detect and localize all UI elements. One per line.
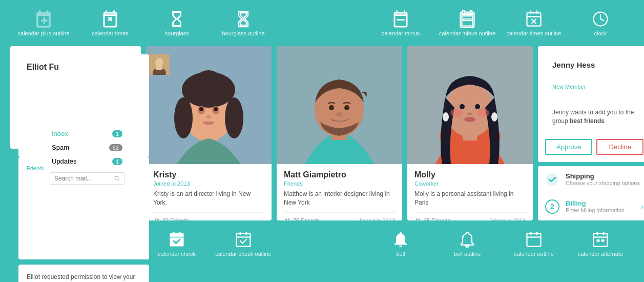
kristy-footer: 22 Friends xyxy=(153,212,264,220)
bell-outline-icon xyxy=(458,230,476,249)
hourglass-icon xyxy=(168,10,186,28)
icon-calendar-times-outline[interactable]: calendar times outline xyxy=(501,10,567,36)
calendar-minus-icon xyxy=(391,10,410,28)
calendar-outline-icon xyxy=(525,230,543,249)
molly-profile-card: Molly Coworker Molly is a personal assis… xyxy=(407,46,533,220)
spam-badge: 51 xyxy=(109,144,122,151)
jenny-message: Jenny wants to add you to the group best… xyxy=(545,101,644,133)
billing-chevron-icon: › xyxy=(641,203,643,211)
shipping-card: Shipping Choose your shipping options 2 … xyxy=(538,166,644,220)
shipping-check-icon xyxy=(545,172,559,187)
mail-updates-item[interactable]: Updates 1 xyxy=(44,154,131,168)
svg-rect-67 xyxy=(527,233,541,247)
shipping-step-text: Shipping Choose your shipping options xyxy=(566,172,640,186)
icon-clock[interactable]: clock xyxy=(567,10,634,36)
matt-avatar-area xyxy=(277,46,402,164)
mail-spam-item[interactable]: Spam 51 xyxy=(44,140,131,154)
svg-rect-76 xyxy=(601,239,605,242)
icon-hourglass-outline[interactable]: hourglass outline xyxy=(210,10,277,36)
calendar-times-icon xyxy=(101,10,119,28)
svg-point-40 xyxy=(460,104,465,109)
kristy-desc: Kristy is an art director living in New … xyxy=(153,190,264,207)
icon-calendar-outline-bottom[interactable]: calendar outline xyxy=(501,230,567,257)
matt-footer: 75 Friends Joined in 2013 xyxy=(284,212,395,220)
jenny-approve-button[interactable]: Approve xyxy=(545,139,592,155)
svg-rect-63 xyxy=(237,233,251,247)
icon-calendar-plus-outline[interactable]: calendar plus outline xyxy=(10,10,77,36)
molly-friends: 35 Friends xyxy=(414,217,450,220)
matt-friends: 75 Friends xyxy=(284,217,320,220)
calendar-alternate-icon xyxy=(591,230,610,249)
matt-desc: Matthew is an interior designer living i… xyxy=(284,190,395,207)
svg-point-43 xyxy=(464,117,475,122)
mail-search-box[interactable] xyxy=(50,172,124,185)
icon-bell-bottom[interactable]: bell xyxy=(367,230,434,257)
svg-rect-71 xyxy=(594,233,608,247)
jenny-group-name: best friends xyxy=(570,117,605,125)
svg-point-41 xyxy=(475,104,480,109)
jenny-subtitle: New Member xyxy=(545,76,644,97)
right-section: Jenny Hess New Member Jenny xyxy=(538,46,644,220)
elliot-message: Elliot requested permission to view your… xyxy=(18,265,149,282)
main-content: Elliot Fu Friends of Veronika Elliot req… xyxy=(0,46,644,220)
svg-point-26 xyxy=(203,121,214,125)
svg-point-11 xyxy=(115,176,118,180)
jenny-actions: Approve Decline xyxy=(545,139,643,155)
matt-profile-card: Matt Giampietro Friends Matthew is an in… xyxy=(277,46,402,220)
elliot-notification-card: Elliot Fu Friends of Veronika Elliot req… xyxy=(10,46,141,220)
icon-calendar-times[interactable]: calendar times xyxy=(77,10,143,36)
friends-icon-molly xyxy=(414,217,422,220)
molly-role: Coworker xyxy=(414,180,526,187)
svg-point-32 xyxy=(336,112,342,116)
molly-illustration xyxy=(407,46,533,164)
top-icon-row: calendar plus outline calendar times hou… xyxy=(0,0,644,46)
calendar-check-outline-icon xyxy=(234,230,253,249)
mail-search-input[interactable] xyxy=(54,175,111,182)
molly-info: Molly Coworker Molly is a personal assis… xyxy=(407,164,533,220)
svg-line-12 xyxy=(118,179,119,181)
icon-calendar-minus[interactable]: calendar minus xyxy=(367,10,434,36)
molly-footer: 35 Friends Joined in 2011 xyxy=(414,212,526,220)
mail-inbox-card: Inbox 1 Spam 51 Updates 1 xyxy=(44,120,131,191)
jenny-decline-button[interactable]: Decline xyxy=(596,139,643,155)
profile-cards-container: Kristy Joined in 2013 Kristy is an art d… xyxy=(146,46,533,220)
svg-point-30 xyxy=(329,105,334,110)
svg-point-52 xyxy=(546,173,558,186)
kristy-subtitle: Joined in 2013 xyxy=(153,180,264,187)
calendar-times-outline-icon xyxy=(525,10,543,28)
updates-badge: 1 xyxy=(112,158,122,165)
svg-rect-75 xyxy=(597,239,600,242)
shipping-step-item[interactable]: Shipping Choose your shipping options xyxy=(538,166,644,193)
icon-calendar-check-bottom[interactable]: calendar check xyxy=(143,230,210,257)
icon-hourglass[interactable]: hourglass xyxy=(143,10,210,36)
billing-title: Billing xyxy=(566,199,625,207)
icon-calendar-minus-outline[interactable]: calendar minus outline xyxy=(434,10,501,36)
svg-point-18 xyxy=(182,72,235,108)
kristy-name: Kristy xyxy=(153,170,264,179)
elliot-avatar xyxy=(149,54,170,75)
svg-rect-59 xyxy=(170,233,184,247)
svg-point-25 xyxy=(206,115,211,118)
inbox-badge: 1 xyxy=(112,130,122,137)
billing-step-item[interactable]: 2 Billing Enter billing information › xyxy=(538,193,644,220)
matt-info: Matt Giampietro Friends Matthew is an in… xyxy=(277,164,402,220)
billing-step-text: Billing Enter billing information xyxy=(566,199,625,213)
icon-calendar-check-outline-bottom[interactable]: calendar check outline xyxy=(210,230,277,257)
molly-desc: Molly is a personal assistant living in … xyxy=(414,190,526,207)
svg-rect-10 xyxy=(156,66,162,70)
matt-name: Matt Giampietro xyxy=(284,170,395,179)
mail-inbox-item[interactable]: Inbox 1 xyxy=(44,127,131,140)
icon-calendar-alternate-bottom[interactable]: calendar alternate xyxy=(567,230,634,257)
hourglass-outline-icon xyxy=(234,10,253,28)
jenny-notification-card: Jenny Hess New Member Jenny xyxy=(538,46,644,162)
svg-point-23 xyxy=(199,107,203,111)
svg-point-39 xyxy=(477,109,489,117)
icon-bell-outline-bottom[interactable]: bell outline xyxy=(434,230,501,257)
svg-point-19 xyxy=(174,97,193,138)
bell-icon xyxy=(391,230,410,249)
jenny-name: Jenny Hess xyxy=(545,53,644,76)
svg-point-42 xyxy=(467,112,472,115)
svg-point-45 xyxy=(491,112,497,122)
search-icon xyxy=(114,175,120,182)
calendar-minus-outline-icon xyxy=(458,10,476,28)
